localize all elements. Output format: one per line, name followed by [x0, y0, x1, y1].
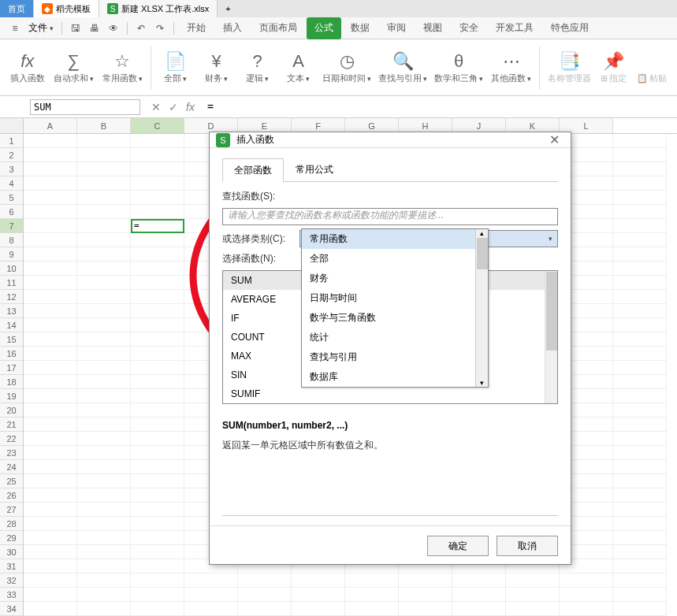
- ribbon-logic[interactable]: ?逻辑▾: [238, 43, 277, 93]
- menutab-2[interactable]: 页面布局: [251, 17, 305, 39]
- row-header[interactable]: 33: [0, 588, 23, 602]
- select-all-corner[interactable]: [0, 118, 23, 134]
- row-header[interactable]: 27: [0, 503, 23, 517]
- row-header[interactable]: 24: [0, 460, 23, 474]
- menutab-6[interactable]: 视图: [415, 17, 450, 39]
- row-header[interactable]: 21: [0, 417, 23, 432]
- ribbon-lookup[interactable]: 🔍查找与引用▾: [376, 43, 430, 93]
- row-header[interactable]: 5: [0, 191, 23, 205]
- save-icon[interactable]: 🖫: [67, 20, 84, 37]
- preview-icon[interactable]: 👁: [105, 20, 122, 37]
- print-icon[interactable]: 🖶: [86, 20, 103, 37]
- tab-worksheet[interactable]: S 新建 XLSX 工作表.xlsx: [99, 0, 218, 17]
- category-label: 或选择类别(C):: [222, 232, 293, 246]
- col-header[interactable]: B: [77, 118, 131, 133]
- tab-template[interactable]: ◆ 稻壳模板: [34, 0, 99, 17]
- ribbon-insert-function[interactable]: fx插入函数: [6, 43, 49, 93]
- row-header[interactable]: 12: [0, 290, 23, 304]
- row-header[interactable]: 7: [0, 219, 23, 233]
- col-header[interactable]: C: [131, 118, 184, 133]
- menutab-0[interactable]: 开始: [179, 17, 214, 39]
- row-header[interactable]: 29: [0, 531, 23, 545]
- menutab-7[interactable]: 安全: [452, 17, 486, 39]
- undo-icon[interactable]: ↶: [132, 20, 150, 37]
- row-header[interactable]: 30: [0, 545, 23, 559]
- row-header[interactable]: 8: [0, 233, 23, 247]
- formula-input[interactable]: [203, 101, 677, 113]
- row-header[interactable]: 14: [0, 318, 23, 332]
- dropdown-item[interactable]: 查找与引用: [302, 347, 488, 367]
- tab-common-formulas[interactable]: 常用公式: [284, 158, 345, 181]
- ok-button[interactable]: 确定: [427, 536, 489, 556]
- menutab-8[interactable]: 开发工具: [488, 17, 541, 39]
- menutab-5[interactable]: 审阅: [379, 17, 414, 39]
- row-header[interactable]: 26: [0, 488, 23, 503]
- col-header[interactable]: A: [24, 118, 77, 133]
- row-header[interactable]: 1: [0, 134, 23, 148]
- menutab-9[interactable]: 特色应用: [543, 17, 597, 39]
- fx-icon[interactable]: fx: [186, 101, 195, 113]
- scrollbar[interactable]: [545, 271, 557, 403]
- ribbon-text[interactable]: A文本▾: [279, 43, 318, 93]
- ribbon-datetime[interactable]: ◷日期和时间▾: [320, 43, 374, 93]
- row-header[interactable]: 25: [0, 474, 23, 488]
- row-header[interactable]: 22: [0, 432, 23, 446]
- ribbon-finance[interactable]: ¥财务▾: [197, 43, 236, 93]
- app-menu-icon[interactable]: ≡: [6, 20, 24, 37]
- dialog-title: 插入函数: [236, 133, 274, 147]
- row-header[interactable]: 16: [0, 347, 23, 361]
- dialog-titlebar[interactable]: S 插入函数 ✕: [210, 132, 571, 148]
- ribbon-autosum[interactable]: ∑自动求和▾: [50, 43, 98, 93]
- row-header[interactable]: 9: [0, 247, 23, 262]
- search-input[interactable]: 请输入您要查找的函数名称或函数功能的简要描述...: [222, 208, 558, 225]
- cancel-formula-icon[interactable]: ✕: [151, 101, 161, 113]
- active-cell[interactable]: =: [131, 219, 184, 233]
- row-header[interactable]: 13: [0, 304, 23, 318]
- redo-icon[interactable]: ↷: [151, 20, 169, 37]
- ribbon-all[interactable]: 📄全部▾: [156, 43, 195, 93]
- row-header[interactable]: 18: [0, 375, 23, 389]
- ribbon-common-fn[interactable]: ☆常用函数▾: [99, 43, 146, 93]
- file-menu[interactable]: 文件▾: [25, 21, 57, 35]
- dropdown-item[interactable]: 数学与三角函数: [302, 308, 488, 328]
- row-header[interactable]: 17: [0, 361, 23, 375]
- row-header[interactable]: 20: [0, 403, 23, 417]
- ribbon-pin: 📌⊞ 指定: [596, 43, 631, 93]
- ribbon-other[interactable]: ⋯其他函数▾: [488, 43, 535, 93]
- row-header[interactable]: 23: [0, 446, 23, 460]
- dropdown-item[interactable]: 数据库: [302, 367, 488, 387]
- close-icon[interactable]: ✕: [545, 132, 564, 147]
- row-header[interactable]: 10: [0, 262, 23, 276]
- dropdown-item[interactable]: 统计: [302, 328, 488, 347]
- document-tabs: 首页 ◆ 稻壳模板 S 新建 XLSX 工作表.xlsx +: [0, 0, 677, 17]
- name-box[interactable]: [30, 99, 140, 115]
- row-header[interactable]: 11: [0, 276, 23, 290]
- search-label: 查找函数(S):: [222, 190, 293, 203]
- chevron-down-icon: ▾: [549, 235, 552, 243]
- menutab-4[interactable]: 数据: [343, 17, 378, 39]
- tab-all-functions[interactable]: 全部函数: [222, 158, 284, 182]
- row-header[interactable]: 3: [0, 162, 23, 176]
- dropdown-item[interactable]: 常用函数: [302, 229, 488, 249]
- row-header[interactable]: 6: [0, 205, 23, 219]
- dropdown-item[interactable]: 财务: [302, 269, 488, 288]
- ribbon: fx插入函数 ∑自动求和▾ ☆常用函数▾ 📄全部▾ ¥财务▾ ?逻辑▾ A文本▾…: [0, 39, 677, 96]
- ribbon-math[interactable]: θ数学和三角▾: [432, 43, 486, 93]
- dropdown-item[interactable]: 全部: [302, 249, 488, 269]
- row-header[interactable]: 2: [0, 148, 23, 162]
- row-header[interactable]: 15: [0, 332, 23, 347]
- menutab-1[interactable]: 插入: [215, 17, 250, 39]
- tab-home[interactable]: 首页: [0, 0, 34, 17]
- row-header[interactable]: 4: [0, 176, 23, 191]
- dropdown-item[interactable]: 日期与时间: [302, 288, 488, 308]
- cancel-button[interactable]: 取消: [497, 536, 558, 556]
- row-header[interactable]: 28: [0, 517, 23, 531]
- row-header[interactable]: 34: [0, 602, 23, 616]
- row-header[interactable]: 32: [0, 573, 23, 588]
- scrollbar[interactable]: ▴ ▾: [475, 229, 488, 387]
- row-header[interactable]: 19: [0, 389, 23, 403]
- accept-formula-icon[interactable]: ✓: [169, 101, 178, 113]
- menutab-3[interactable]: 公式: [307, 17, 341, 39]
- tab-add[interactable]: +: [218, 0, 238, 17]
- row-header[interactable]: 31: [0, 559, 23, 573]
